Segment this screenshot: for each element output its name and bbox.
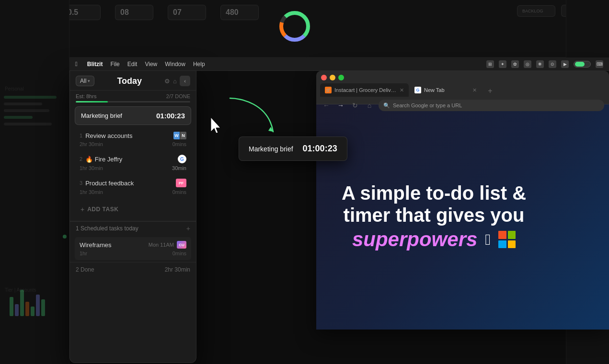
task-est-3: 1hr 30min — [80, 189, 103, 195]
address-bar[interactable]: 🔍 Search Google or type a URL — [379, 100, 604, 111]
progress-fill — [76, 101, 108, 102]
back-button[interactable]: ‹ — [180, 76, 190, 86]
task-item-2[interactable]: 2 🔥 Fire Jeffry G 1hr 30min 30min — [75, 151, 191, 174]
browser-tab-newtab[interactable]: G New Tab ✕ — [410, 83, 482, 97]
browser-tab-instacart[interactable]: 🛒 Instacart | Grocery Delivery or... ✕ — [320, 83, 409, 97]
menu-help[interactable]: Help — [193, 61, 205, 68]
all-filter-label: All — [80, 78, 86, 84]
est-row: Est: 8hrs 2/7 DONE — [70, 91, 196, 101]
hero-superpowers: superpowers — [352, 228, 477, 251]
google-favicon: G — [414, 87, 421, 93]
scheduled-header: 1 Scheduled tasks today + — [70, 221, 196, 235]
scheduled-item-bottom: 1hr 0mins — [80, 250, 186, 256]
done-label: 2 Done — [76, 266, 94, 273]
floating-timer: Marketing brief 01:00:23 — [239, 136, 347, 161]
task-name-2: 🔥 Fire Jeffry — [85, 156, 178, 163]
refresh-button[interactable]: ↻ — [350, 102, 360, 109]
add-task-button[interactable]: + ADD TASK — [75, 202, 191, 217]
close-newtab-tab[interactable]: ✕ — [472, 87, 477, 93]
menu-bar:  Blitzit File Edit View Window Help ⊞ ✦… — [69, 57, 609, 71]
home-icon[interactable]: ⌂ — [173, 78, 177, 85]
menu-icon-1: ⊞ — [486, 60, 494, 68]
add-task-label: ADD TASK — [87, 206, 118, 213]
timer-time: 01:00:23 — [156, 112, 185, 120]
menu-window[interactable]: Window — [165, 61, 185, 68]
add-tab-button[interactable]: + — [484, 85, 496, 97]
notion-badge: N — [180, 132, 186, 139]
header-icons: ⚙ ⌂ ‹ — [164, 76, 190, 86]
bg-widget-4: 07 — [168, 5, 206, 20]
menu-icon-6: ⊙ — [549, 60, 556, 68]
svg-marker-5 — [268, 127, 273, 132]
floating-timer-time: 01:00:23 — [303, 144, 337, 154]
settings-icon[interactable]: ⚙ — [164, 78, 170, 85]
task-name-3: Product feedback — [85, 180, 176, 187]
scheduled-item[interactable]: Wireframes Mon 11AM CU 1hr 0mins — [75, 237, 191, 260]
scheduled-time: Mon 11AM — [149, 242, 174, 248]
hero-line2: timer that gives you — [268, 204, 599, 226]
scheduled-task-name: Wireframes — [80, 241, 111, 249]
address-text: Search Google or type a URL — [393, 102, 462, 108]
task-num-2: 2 — [80, 156, 82, 162]
close-instacart-tab[interactable]: ✕ — [400, 87, 404, 93]
hero-line1: A simple to-do list & — [268, 182, 599, 204]
task-tracked-1: 0mins — [172, 141, 186, 147]
scheduled-item-top: Wireframes Mon 11AM CU — [80, 241, 186, 249]
task-est-1: 2hr 30min — [80, 141, 103, 147]
task-item[interactable]: 1 Review accounts W N 2hr 30min 0mins — [75, 128, 191, 150]
minimize-window-button[interactable] — [330, 75, 335, 80]
floating-timer-task: Marketing brief — [249, 145, 293, 153]
hero-line3: superpowers  — [268, 228, 599, 251]
back-nav-button[interactable]: ← — [321, 102, 332, 109]
chevron-down-icon: ▾ — [88, 79, 90, 83]
menu-icon-3: ✿ — [511, 60, 519, 68]
bg-widget-3: 08 — [115, 5, 153, 20]
browser-chrome: 🛒 Instacart | Grocery Delivery or... ✕ G… — [316, 71, 609, 104]
task-panel: All ▾ Today ⚙ ⌂ ‹ Est: 8hrs 2/7 DONE Mar… — [69, 71, 196, 363]
scheduled-title: 1 Scheduled tasks today — [76, 225, 138, 232]
menu-icon-4: ◎ — [524, 60, 531, 68]
est-text: Est: 8hrs — [76, 93, 96, 99]
task-num-3: 3 — [80, 180, 82, 186]
background-top-bar: Reports 50 0.5 08 07 480 Backlog All lis… — [0, 0, 609, 57]
forward-nav-button[interactable]: → — [335, 102, 346, 109]
home-nav-button[interactable]: ⌂ — [364, 102, 375, 109]
timer-task-name: Marketing brief — [81, 112, 122, 119]
donut-chart — [278, 10, 311, 43]
close-window-button[interactable] — [321, 75, 327, 80]
menu-edit[interactable]: Edit — [127, 61, 138, 68]
menu-file[interactable]: File — [110, 61, 119, 68]
task-name-1: Review accounts — [85, 132, 173, 139]
menu-icon-5: ❋ — [536, 60, 544, 68]
wifi-icon: ⌨ — [596, 60, 603, 68]
task-top-1: 1 Review accounts W N — [80, 132, 186, 139]
active-timer-card[interactable]: Marketing brief 01:00:23 — [75, 106, 191, 125]
progress-bar — [76, 101, 190, 102]
google-badge: G — [178, 155, 186, 163]
newtab-label: New Tab — [424, 87, 445, 93]
task-bottom-3: 1hr 30min 0mins — [80, 189, 186, 195]
task-bottom-2: 1hr 30min 30min — [80, 165, 186, 171]
done-progress: 2/7 DONE — [166, 93, 190, 99]
all-filter-button[interactable]: All ▾ — [76, 76, 94, 86]
scheduled-est: 1hr — [80, 250, 87, 256]
task-top-3: 3 Product feedback PF — [80, 179, 186, 187]
plus-icon: + — [80, 205, 84, 213]
svg-marker-4 — [211, 117, 220, 133]
panel-header: All ▾ Today ⚙ ⌂ ‹ — [70, 71, 196, 91]
task-est-2: 1hr 30min — [80, 165, 103, 171]
today-title: Today — [97, 76, 161, 86]
bg-widget-5: 480 — [220, 5, 259, 20]
windows-platform-icon — [498, 231, 516, 248]
menu-icon-7: ▶ — [561, 60, 569, 68]
clickup-badge: CU — [177, 241, 186, 249]
traffic-lights — [316, 71, 609, 80]
task-item-3[interactable]: 3 Product feedback PF 1hr 30min 0mins — [75, 175, 191, 198]
bg-widget-value-3: 08 — [120, 8, 148, 17]
product-badge: PF — [176, 179, 186, 187]
menu-view[interactable]: View — [145, 61, 157, 68]
maximize-window-button[interactable] — [338, 75, 344, 80]
menu-bar-right-icons: ⊞ ✦ ✿ ◎ ❋ ⊙ ▶ ⌨ — [486, 60, 603, 68]
bg-widget-value-2: 0.5 — [68, 8, 95, 17]
add-scheduled-button[interactable]: + — [186, 225, 190, 232]
